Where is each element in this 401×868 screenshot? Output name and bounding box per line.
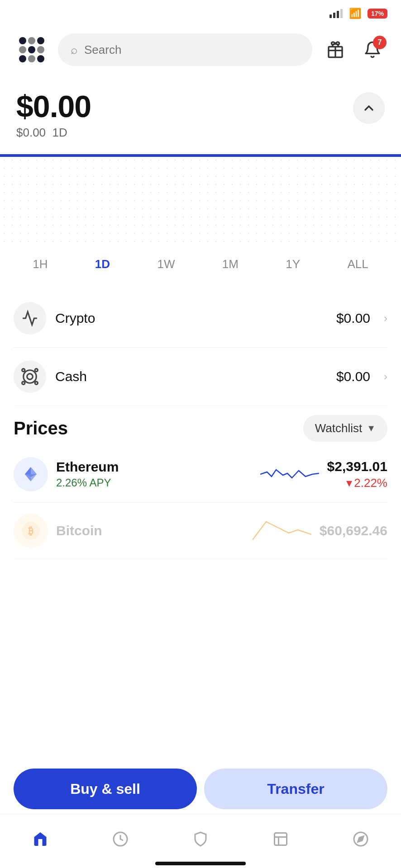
svg-point-2 [24, 370, 37, 383]
logo-icon [19, 37, 44, 62]
ethereum-sparkline [260, 461, 319, 488]
svg-marker-10 [31, 467, 37, 474]
ethereum-price: $2,391.01 [327, 459, 387, 474]
time-filter-1w[interactable]: 1W [149, 253, 183, 276]
ethereum-change: ▾ 2.22% [327, 476, 387, 490]
menu-button[interactable] [14, 32, 50, 68]
svg-marker-11 [25, 467, 31, 474]
time-filter-1m[interactable]: 1M [214, 253, 247, 276]
crypto-chevron: › [384, 312, 387, 325]
svg-point-1 [27, 374, 33, 380]
app-header: ⌕ 7 [0, 27, 401, 72]
signal-icon [329, 9, 343, 18]
bitcoin-price-row[interactable]: ₿ Bitcoin $60,692.46 [14, 503, 387, 559]
time-filter-1d[interactable]: 1D [87, 253, 118, 276]
collapse-button[interactable] [353, 92, 385, 124]
crypto-value: $0.00 [336, 311, 370, 326]
wifi-icon: 📶 [349, 8, 361, 19]
time-filter-1h[interactable]: 1H [24, 253, 56, 276]
time-filter-1y[interactable]: 1Y [277, 253, 308, 276]
cash-value: $0.00 [336, 369, 370, 384]
nav-explore[interactable] [338, 821, 383, 857]
ethereum-name: Ethereum [56, 459, 252, 475]
nav-portfolio[interactable] [258, 821, 303, 857]
crypto-asset-row[interactable]: Crypto $0.00 › [14, 289, 387, 348]
battery-indicator: 17% [368, 9, 387, 19]
bitcoin-price: $60,692.46 [320, 523, 387, 538]
search-icon: ⌕ [71, 43, 78, 57]
price-chart [0, 153, 401, 244]
search-input[interactable] [84, 43, 300, 57]
notification-badge: 7 [373, 36, 387, 49]
buy-sell-button[interactable]: Buy & sell [14, 769, 197, 809]
portfolio-icon [272, 831, 289, 847]
nav-history[interactable] [98, 821, 143, 857]
balance-amount: $0.00 [16, 89, 91, 124]
prices-section: Prices Watchlist ▼ Ethereum 2.26% APY [0, 415, 401, 559]
time-filter-bar: 1H 1D 1W 1M 1Y ALL [0, 244, 401, 285]
nav-security[interactable] [178, 821, 223, 857]
svg-rect-15 [275, 833, 287, 845]
svg-point-3 [22, 369, 25, 372]
svg-marker-19 [358, 836, 364, 842]
compass-icon [353, 831, 369, 847]
transfer-button[interactable]: Transfer [204, 769, 387, 809]
cash-label: Cash [55, 369, 327, 384]
svg-point-4 [35, 369, 38, 372]
cash-chevron: › [384, 370, 387, 383]
watchlist-chevron-icon: ▼ [367, 423, 376, 434]
balance-section: $0.00 $0.00 1D [0, 72, 401, 144]
bottom-navigation [0, 814, 401, 868]
bitcoin-sparkline [253, 517, 311, 544]
crypto-icon [14, 302, 46, 335]
cash-icon [14, 360, 46, 393]
home-icon [32, 831, 48, 847]
balance-change: $0.00 1D [16, 126, 91, 140]
svg-point-5 [22, 382, 25, 384]
crypto-label: Crypto [55, 311, 327, 326]
prices-header: Prices Watchlist ▼ [14, 415, 387, 442]
header-actions: 7 [320, 35, 387, 65]
bitcoin-name: Bitcoin [56, 523, 244, 538]
nav-home[interactable] [18, 821, 63, 857]
svg-text:₿: ₿ [28, 525, 33, 537]
time-filter-all[interactable]: ALL [339, 253, 377, 276]
watchlist-button[interactable]: Watchlist ▼ [303, 415, 387, 442]
ethereum-apy: 2.26% APY [56, 476, 252, 489]
ethereum-price-row[interactable]: Ethereum 2.26% APY $2,391.01 ▾ 2.22% [14, 446, 387, 503]
gift-button[interactable] [320, 35, 350, 65]
bitcoin-icon: ₿ [14, 514, 48, 548]
status-bar: 📶 17% [0, 0, 401, 27]
home-indicator [155, 862, 246, 865]
chart-area [0, 156, 401, 244]
prices-title: Prices [14, 418, 68, 439]
action-buttons: Buy & sell Transfer [0, 769, 401, 809]
ethereum-icon [14, 457, 48, 491]
search-bar[interactable]: ⌕ [58, 33, 312, 66]
history-icon [112, 831, 129, 847]
shield-icon [192, 831, 209, 847]
cash-asset-row[interactable]: Cash $0.00 › [14, 348, 387, 406]
assets-section: Crypto $0.00 › Cash $0.00 › [0, 289, 401, 406]
svg-point-6 [35, 382, 38, 384]
notification-button[interactable]: 7 [358, 35, 387, 65]
